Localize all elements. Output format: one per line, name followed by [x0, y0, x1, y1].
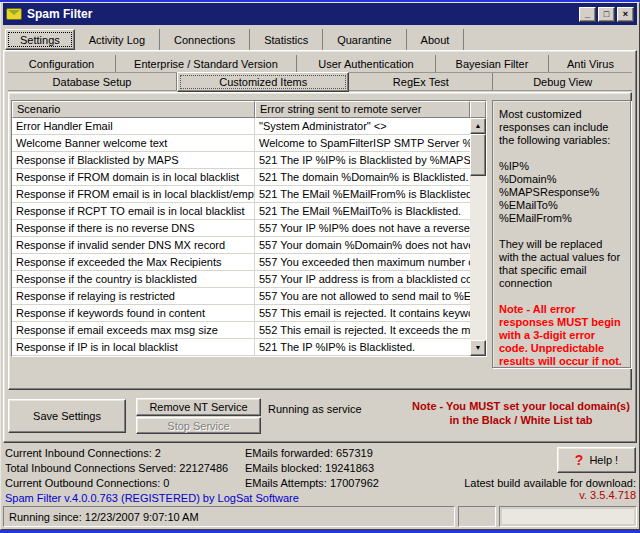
spam-filter-window: Spam Filter _ □ × Settings Activity Log … — [0, 0, 640, 533]
status-progress-panel — [499, 506, 637, 527]
table-row[interactable]: Response if FROM email is in local black… — [12, 186, 470, 203]
maximize-button[interactable]: □ — [598, 7, 615, 22]
cell-scenario: Response if IP is in local blacklist — [12, 339, 255, 355]
tab-user-authentication[interactable]: User Authentication — [297, 55, 436, 72]
table-row[interactable]: Response if relaying is restricted557 Yo… — [12, 288, 470, 305]
cell-scenario: Error Handler Email — [12, 118, 255, 134]
tab-connections[interactable]: Connections — [160, 29, 250, 50]
cell-scenario: Response if keywords found in content — [12, 305, 255, 321]
window-title: Spam Filter — [27, 7, 92, 21]
tab-activity-log[interactable]: Activity Log — [75, 29, 160, 50]
total-inbound-connections: Total Inbound Connections Served: 221274… — [5, 462, 228, 474]
running-since-panel: Running since: 12/23/2007 9:07:10 AM — [3, 506, 455, 527]
cell-scenario: Response if FROM domain is in local blac… — [12, 169, 255, 185]
variable-emailfrom: %EMailFrom% — [499, 212, 624, 225]
sub-tab-row-1: Configuration Enterprise / Standard Vers… — [8, 55, 632, 73]
cell-error: 557 You exceeded then maximum number of … — [255, 254, 470, 270]
help-button[interactable]: ? Help ! — [557, 447, 636, 473]
tab-enterprise-standard-version[interactable]: Enterprise / Standard Version — [116, 55, 297, 72]
table-row[interactable]: Response if RCPT TO email is in local bl… — [12, 203, 470, 220]
variables-explanation: They will be replaced with the actual va… — [499, 238, 624, 290]
cell-scenario: Response if FROM email is in local black… — [12, 186, 255, 202]
table-row[interactable]: Response if IP is in local blacklist521 … — [12, 339, 470, 356]
table-row[interactable]: Response if there is no reverse DNS557 Y… — [12, 220, 470, 237]
minimize-button[interactable]: _ — [579, 7, 596, 22]
local-domains-note: Note - You MUST set your local domain(s)… — [410, 399, 632, 427]
table-body: Error Handler Email"System Administrator… — [12, 118, 470, 356]
table-row[interactable]: Response if Blacklisted by MAPS521 The I… — [12, 152, 470, 169]
app-envelope-icon — [6, 8, 22, 20]
cell-scenario: Welcome Banner welcome text — [12, 135, 255, 151]
cell-scenario: Response if there is no reverse DNS — [12, 220, 255, 236]
scroll-up-icon[interactable]: ▲ — [470, 118, 486, 134]
cell-error: 552 This email is rejected. It exceeds t… — [255, 322, 470, 338]
sub-tab-row-2: Database Setup Customized Items RegEx Te… — [8, 73, 632, 91]
tab-regex-test[interactable]: RegEx Test — [349, 73, 493, 90]
cell-error: 557 Your domain %Domain% does not have a… — [255, 237, 470, 253]
table-row[interactable]: Error Handler Email"System Administrator… — [12, 118, 470, 135]
table-row[interactable]: Response if email exceeds max msg size55… — [12, 322, 470, 339]
table-row[interactable]: Response if keywords found in content557… — [12, 305, 470, 322]
tab-quarantine[interactable]: Quarantine — [323, 29, 406, 50]
status-panel-empty — [458, 506, 496, 527]
variable-mapsresponse: %MAPSResponse% — [499, 186, 624, 199]
cell-error: 521 The IP %IP% is Blacklisted. — [255, 339, 470, 355]
emails-forwarded: EMails forwarded: 657319 — [245, 447, 373, 459]
remove-nt-service-button[interactable]: Remove NT Service — [136, 398, 261, 416]
close-button[interactable]: × — [617, 7, 634, 22]
cell-scenario: Response if email exceeds max msg size — [12, 322, 255, 338]
cell-scenario: Response if Blacklisted by MAPS — [12, 152, 255, 168]
help-button-label: Help ! — [589, 454, 618, 466]
cell-error: 557 Your IP %IP% does not have a reverse… — [255, 220, 470, 236]
cell-error: 557 This email is rejected. It contains … — [255, 305, 470, 321]
variable-emailto: %EMailTo% — [499, 199, 624, 212]
latest-build-version[interactable]: v. 3.5.4.718 — [579, 489, 636, 501]
current-outbound-connections: Current Outbound Connections: 0 — [5, 477, 170, 489]
table-scrollbar[interactable]: ▲ ▼ — [470, 118, 486, 356]
variables-intro: Most customized responses can include th… — [499, 108, 624, 147]
variables-help-panel: Most customized responses can include th… — [492, 100, 631, 368]
tab-about[interactable]: About — [407, 29, 465, 50]
statistics-area: Current Inbound Connections: 2 Total Inb… — [0, 443, 640, 505]
column-header-scenario[interactable]: Scenario — [12, 101, 255, 118]
tab-settings[interactable]: Settings — [5, 29, 75, 50]
table-row[interactable]: Response if invalid sender DNS MX record… — [12, 237, 470, 254]
tab-configuration[interactable]: Configuration — [8, 55, 116, 72]
tab-customized-items[interactable]: Customized Items — [177, 72, 349, 92]
table-header: Scenario Error string sent to remote ser… — [12, 101, 486, 118]
emails-attempts: EMails Attempts: 17007962 — [245, 477, 379, 489]
cell-scenario: Response if invalid sender DNS MX record — [12, 237, 255, 253]
tab-debug-view[interactable]: Debug View — [493, 73, 632, 90]
cell-scenario: Response if the country is blacklisted — [12, 271, 255, 287]
main-tab-bar: Settings Activity Log Connections Statis… — [5, 29, 464, 50]
scrollbar-thumb[interactable] — [470, 134, 486, 176]
cell-error: Welcome to SpamFilterISP SMTP Server %Ve… — [255, 135, 470, 151]
table-row[interactable]: Response if FROM domain is in local blac… — [12, 169, 470, 186]
cell-error: 521 The EMail %EMailTo% is Blacklisted. — [255, 203, 470, 219]
tab-anti-virus[interactable]: Anti Virus — [549, 55, 632, 72]
status-progress-track — [502, 509, 634, 524]
table-row[interactable]: Welcome Banner welcome textWelcome to Sp… — [12, 135, 470, 152]
help-question-icon: ? — [575, 452, 584, 468]
app-version-line: Spam Filter v.4.0.0.763 (REGISTERED) by … — [5, 492, 299, 504]
column-header-error-string[interactable]: Error string sent to remote server — [255, 101, 470, 118]
table-row[interactable]: Response if the country is blacklisted55… — [12, 271, 470, 288]
status-bar: Running since: 12/23/2007 9:07:10 AM — [3, 506, 637, 527]
sub-tab-bars: Configuration Enterprise / Standard Vers… — [8, 55, 632, 91]
variable-domain: %Domain% — [499, 173, 624, 186]
cell-scenario: Response if RCPT TO email is in local bl… — [12, 203, 255, 219]
save-settings-button[interactable]: Save Settings — [8, 399, 126, 433]
running-as-service-label: Running as service — [268, 403, 362, 415]
stop-service-button: Stop Service — [136, 417, 261, 434]
scroll-down-icon[interactable]: ▼ — [470, 340, 486, 356]
error-code-warning: Note - All error responses MUST begin wi… — [499, 303, 624, 368]
tab-database-setup[interactable]: Database Setup — [8, 73, 177, 90]
latest-build-label: Latest build available for download: — [464, 477, 636, 489]
customized-items-table: Scenario Error string sent to remote ser… — [11, 100, 487, 357]
cell-error: 557 You are not allowed to send mail to … — [255, 288, 470, 304]
table-row[interactable]: Response if exceeded the Max Recipients5… — [12, 254, 470, 271]
tab-statistics[interactable]: Statistics — [250, 29, 323, 50]
title-bar[interactable]: Spam Filter _ □ × — [3, 3, 637, 25]
cell-error: 521 The EMail %EMailFrom% is Blacklisted… — [255, 186, 470, 202]
tab-bayesian-filter[interactable]: Bayesian Filter — [436, 55, 549, 72]
